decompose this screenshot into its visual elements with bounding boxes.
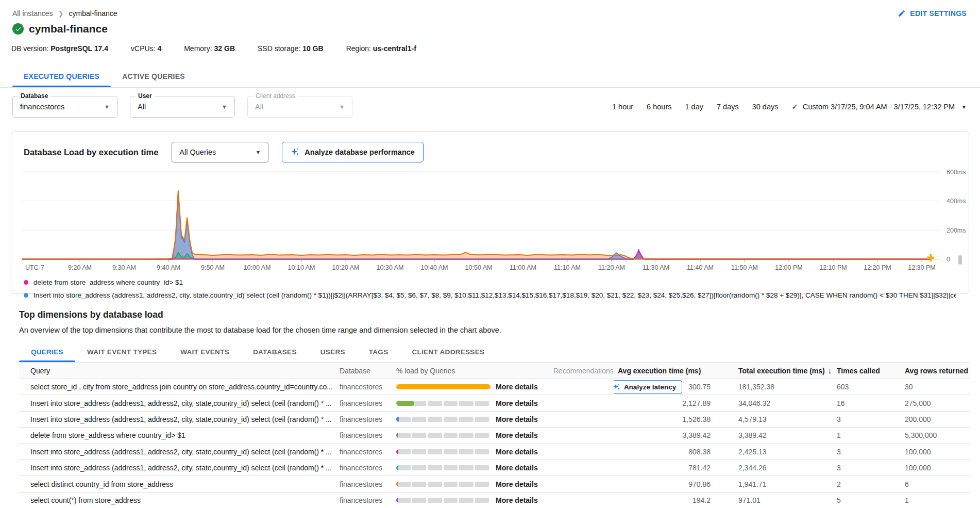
col-query: Query: [19, 367, 335, 375]
x-axis-label: 11:40 AM: [687, 264, 714, 271]
more-details-cell: More details: [492, 431, 549, 439]
total-exec-value: 971.01: [733, 496, 833, 504]
database-value: financestores: [335, 480, 392, 488]
filters: Databasefinancestores▼UserAll▼Client add…: [12, 96, 352, 118]
more-details-link[interactable]: More details: [496, 399, 538, 407]
filter-label: Database: [18, 92, 50, 100]
col-times-called[interactable]: Times called: [833, 367, 901, 375]
tab-executed-queries[interactable]: EXECUTED QUERIES: [12, 66, 111, 87]
check-icon: ✓: [792, 102, 799, 111]
table-row: Insert into store_address (address1, add…: [19, 395, 970, 411]
database-value: financestores: [335, 399, 392, 407]
chart-header: Database Load by execution time All Quer…: [11, 132, 969, 165]
breadcrumb-all-instances[interactable]: All instances: [12, 9, 53, 18]
database-value: financestores: [335, 496, 392, 504]
load-bar-cell: [392, 384, 492, 389]
dim-tab-wait-event-types[interactable]: WAIT EVENT TYPES: [75, 342, 168, 362]
times-called-value: 2: [833, 480, 901, 488]
x-axis-label: 9:30 AM: [112, 264, 136, 271]
times-called-value: 603: [833, 383, 901, 391]
query-text: select distinct country_id from store_ad…: [19, 480, 335, 488]
more-details-link[interactable]: More details: [496, 415, 538, 423]
avg-exec-value: 300.75: [688, 383, 711, 391]
instance-meta: DB version: PostgreSQL 17.4vCPUs: 4Memor…: [0, 35, 980, 53]
load-bar-fill: [396, 465, 398, 470]
user-select[interactable]: UserAll▼: [130, 96, 235, 118]
more-details-link[interactable]: More details: [496, 431, 538, 439]
avg-exec-cell: 970.86: [614, 480, 733, 488]
time-range-1-day[interactable]: 1 day: [685, 103, 703, 111]
avg-rows-value: 30: [901, 383, 970, 391]
load-bar-fill: [396, 384, 491, 389]
edit-settings-button[interactable]: EDIT SETTINGS: [898, 9, 967, 18]
dim-tab-client-addresses[interactable]: CLIENT ADDRESSES: [400, 342, 496, 362]
table-row: Insert into store_address (address1, add…: [19, 444, 970, 460]
tab-active-queries[interactable]: ACTIVE QUERIES: [111, 66, 196, 87]
more-details-link[interactable]: More details: [496, 383, 538, 391]
meta-value: 10 GB: [302, 44, 323, 53]
y-axis-label: 200ms: [947, 227, 966, 234]
dim-tab-queries[interactable]: QUERIES: [19, 342, 75, 362]
load-bar-cell: [392, 482, 492, 487]
times-called-value: 3: [833, 415, 901, 423]
meta-db-version: DB version: PostgreSQL 17.4: [11, 44, 108, 53]
analyze-database-performance-button[interactable]: Analyze database performance: [282, 142, 424, 162]
avg-rows-value: 1: [901, 496, 970, 504]
chart-title: Database Load by execution time: [24, 148, 158, 157]
time-range-7-days[interactable]: 7 days: [717, 103, 739, 111]
total-exec-value: 2,344.26: [733, 464, 833, 472]
more-details-cell: More details: [492, 448, 549, 456]
database-load-chart[interactable]: 600ms400ms200ms09:20 AM9:30 AM9:40 AM9:5…: [11, 166, 969, 275]
col-avg-rows[interactable]: Avg rows returned: [901, 367, 970, 375]
more-details-link[interactable]: More details: [496, 464, 538, 472]
table-row: select count(*) from store_addressfinanc…: [19, 493, 970, 508]
x-axis-label: 11:10 AM: [554, 264, 581, 271]
load-bar-fill: [396, 482, 398, 487]
table-row: Insert into store_address (address1, add…: [19, 412, 970, 428]
avg-exec-value: 194.2: [692, 496, 711, 504]
time-range-1-hour[interactable]: 1 hour: [612, 103, 633, 111]
more-details-link[interactable]: More details: [496, 480, 538, 488]
dim-tab-tags[interactable]: TAGS: [357, 342, 400, 362]
avg-exec-value: 2,127.89: [683, 399, 711, 407]
load-bar: [396, 498, 491, 503]
legend-item: Insert into store_address (address1, add…: [24, 289, 956, 302]
filter-label: User: [136, 92, 155, 100]
load-bar-fill: [396, 498, 398, 503]
meta-value: us-central1-f: [373, 44, 416, 53]
dim-tab-databases[interactable]: DATABASES: [241, 342, 309, 362]
more-details-cell: More details: [492, 464, 549, 472]
load-bar: [396, 384, 491, 389]
more-details-link[interactable]: More details: [496, 448, 538, 456]
dim-tab-users[interactable]: USERS: [309, 342, 357, 362]
time-range-30-days[interactable]: 30 days: [752, 103, 779, 111]
database-select[interactable]: Databasefinancestores▼: [12, 96, 117, 118]
y-axis-label: 400ms: [947, 198, 966, 205]
analyze-latency-button[interactable]: Analyze latency: [614, 380, 682, 394]
more-details-link[interactable]: More details: [496, 496, 538, 504]
meta-value: 32 GB: [214, 44, 235, 53]
meta-label: SSD storage:: [258, 44, 302, 53]
avg-exec-cell: 194.2: [614, 496, 733, 504]
times-called-value: 5: [833, 496, 901, 504]
avg-rows-value: 200,000: [901, 415, 970, 423]
time-range-custom[interactable]: ✓Custom 3/17/25, 9:04 AM - 3/17/25, 12:3…: [792, 102, 967, 111]
avg-exec-value: 1,526.38: [683, 415, 711, 423]
col-total-exec[interactable]: Total execution time (ms) ↓: [733, 366, 833, 375]
meta-ssd-storage: SSD storage: 10 GB: [258, 44, 324, 53]
avg-exec-value: 970.86: [688, 480, 711, 488]
query-filter-select[interactable]: All Queries ▼: [172, 142, 268, 162]
query-text: Insert into store_address (address1, add…: [19, 448, 335, 456]
filter-value: financestores: [20, 103, 64, 111]
query-text: Insert into store_address (address1, add…: [19, 399, 335, 407]
dim-tab-wait-events[interactable]: WAIT EVENTS: [168, 342, 241, 362]
legend-scrollbar[interactable]: [958, 255, 962, 265]
y-axis-label: 0: [947, 256, 950, 263]
edit-settings-label: EDIT SETTINGS: [910, 9, 967, 18]
col-avg-exec[interactable]: Avg execution time (ms): [614, 367, 733, 375]
breadcrumb-current: cymbal-finance: [69, 9, 117, 18]
filter-value: All: [255, 103, 263, 111]
x-axis-label: 9:40 AM: [157, 264, 180, 271]
time-range-6-hours[interactable]: 6 hours: [647, 103, 671, 111]
meta-memory: Memory: 32 GB: [184, 44, 235, 53]
